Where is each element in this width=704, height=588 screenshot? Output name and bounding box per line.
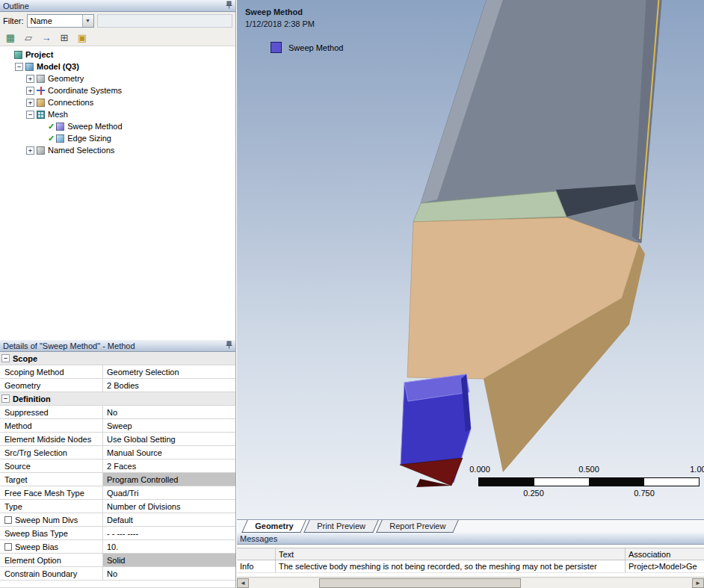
csys-icon [37,87,45,95]
details-value[interactable]: Default [103,513,235,526]
details-group-definition[interactable]: −Definition [0,392,235,406]
message-severity: Info [237,560,276,572]
details-value[interactable]: Sweep [103,419,235,432]
worksheet-grid-icon[interactable]: ▦ [3,31,18,45]
details-value[interactable]: 10. [103,540,235,553]
filter-mode-value: Name [28,16,82,25]
ruler-label: 1.000 [690,465,704,474]
scrollbar-thumb[interactable] [319,578,521,588]
column-header-text[interactable]: Text [276,548,626,560]
tree-item-edge-sizing[interactable]: ✓Edge Sizing [0,132,235,144]
details-label: Sweep Num Divs [0,513,103,526]
checkmark-icon: ✓ [48,122,55,131]
model-canvas[interactable] [237,0,704,519]
expand-icon[interactable]: + [26,146,34,155]
expand-icon[interactable]: + [26,75,34,83]
messages-column-headers: Text Association [237,548,704,560]
tab-label: Geometry [255,522,293,530]
tree-item-named-selections[interactable]: +Named Selections [0,144,235,156]
outline-title: Outline [3,1,226,10]
tree-item-connections[interactable]: +Connections [0,96,235,108]
details-value[interactable]: Geometry Selection [103,365,235,378]
mesh-icon [37,111,45,119]
checkbox[interactable] [4,543,12,551]
details-value: Program Controlled [103,473,235,486]
ruler-label: 0.500 [578,465,599,474]
expand-icon[interactable]: + [26,87,34,95]
scroll-left-icon[interactable]: ◄ [237,578,249,588]
details-row-method: MethodSweep [0,419,235,433]
tree-item-label: Named Selections [48,146,117,155]
flashlight-icon[interactable]: ▣ [75,31,90,45]
details-row-constrain-boundary: Constrain BoundaryNo [0,567,235,581]
tree-item-sweep-method[interactable]: ✓Sweep Method [0,120,235,132]
details-value[interactable]: Quad/Tri [103,486,235,499]
checkbox[interactable] [4,516,12,524]
tree-item-label: Edge Sizing [67,134,114,143]
collapse-icon[interactable]: − [1,394,10,403]
tree-item-coordinate-systems[interactable]: +Coordinate Systems [0,84,235,96]
tree-item-model-q3[interactable]: −Model (Q3) [0,61,235,72]
messages-panel: Messages Text Association Info The selec… [237,533,704,588]
details-value[interactable]: Use Global Setting [103,433,235,445]
messages-header: Messages [237,533,704,545]
outline-toolbar: ▦▱→⊞▣ [0,29,235,46]
details-value[interactable]: - - --- ---- [103,527,235,539]
model-icon [25,63,34,71]
details-grid: −ScopeScoping MethodGeometry SelectionGe… [0,352,235,588]
geometry-viewport[interactable]: Sweep Method 1/12/2018 2:38 PM Sweep Met… [237,0,704,519]
filter-input[interactable] [97,14,233,28]
go-to-icon[interactable]: → [39,31,54,45]
legend-label: Sweep Method [288,43,343,52]
ruler-label: 0.250 [523,489,544,498]
tab-print-preview[interactable]: Print Preview [304,520,379,533]
collapse-icon[interactable]: − [15,63,23,71]
column-header-association[interactable]: Association [626,548,704,560]
collapse-icon[interactable]: − [26,111,34,119]
pin-icon[interactable] [226,1,232,10]
horizontal-scrollbar[interactable]: ◄ ► [237,577,704,588]
details-group-scope[interactable]: −Scope [0,352,235,365]
expand-icon[interactable]: + [26,99,34,107]
column-header-severity[interactable] [237,548,276,560]
details-group-label: Definition [13,394,51,403]
legend-color-chip [271,42,282,53]
details-value[interactable]: 2 Faces [103,459,235,472]
details-label: Element Option [0,554,103,566]
tree-item-geometry[interactable]: +Geometry [0,72,235,84]
eraser-icon[interactable]: ▱ [21,31,36,45]
tool-rake-face[interactable] [407,217,639,379]
details-value[interactable]: Manual Source [103,446,235,459]
tab-geometry[interactable]: Geometry [241,520,306,533]
tree-item-mesh[interactable]: −Mesh [0,108,235,120]
details-value[interactable]: Number of Divisions [103,500,235,513]
details-row-type: TypeNumber of Divisions [0,500,235,513]
ruler-segment [479,478,534,486]
details-row-element-midside-nodes: Element Midside NodesUse Global Setting [0,433,235,446]
details-value[interactable]: No [103,406,235,418]
chevron-down-icon[interactable]: ▼ [82,15,93,27]
details-row-sweep-bias-type: Sweep Bias Type- - --- ---- [0,527,235,540]
tab-report-preview[interactable]: Report Preview [376,520,459,533]
pin-icon[interactable] [226,341,232,350]
details-row-scoping-method: Scoping MethodGeometry Selection [0,365,235,379]
details-row-free-face-mesh-type: Free Face Mesh TypeQuad/Tri [0,486,235,500]
tree-item-label: Model (Q3) [37,62,82,71]
collapse-icon[interactable]: − [1,354,10,362]
tree-item-label: Connections [48,98,96,107]
details-label: Scoping Method [0,365,103,378]
details-row-suppressed: SuppressedNo [0,406,235,419]
outline-tree: Project−Model (Q3)+Geometry+Coordinate S… [0,46,235,340]
details-row-sweep-bias: Sweep Bias10. [0,540,235,554]
filter-mode-select[interactable]: Name ▼ [27,14,94,28]
ruler-segment [589,478,644,486]
scroll-right-icon[interactable]: ► [692,578,704,588]
expand-all-icon[interactable]: ⊞ [57,31,72,45]
details-row-sweep-num-divs: Sweep Num DivsDefault [0,513,235,527]
details-value[interactable]: 2 Bodies [103,379,235,392]
details-label: Free Face Mesh Type [0,486,103,499]
tree-item-project[interactable]: Project [0,49,235,61]
message-row[interactable]: Info The selective body meshing is not b… [237,560,704,573]
details-value[interactable]: No [103,567,235,580]
method-icon [56,123,64,131]
